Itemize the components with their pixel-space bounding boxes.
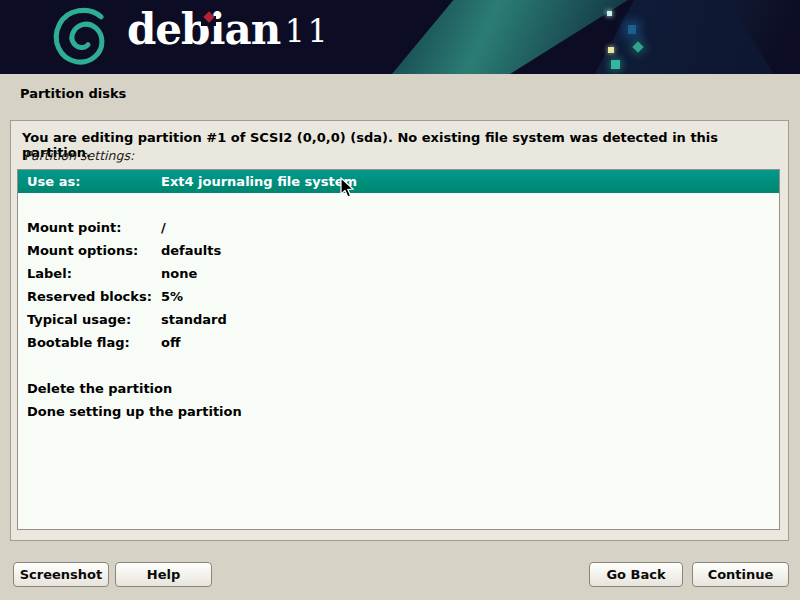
settings-row[interactable]: Bootable flag:off [18, 331, 779, 354]
version-number: 11 [285, 16, 330, 47]
settings-row[interactable]: Delete the partition [18, 377, 779, 400]
page-title: Partition disks [20, 86, 126, 101]
partition-edit-message: You are editing partition #1 of SCSI2 (0… [22, 130, 788, 160]
row-label: Typical usage: [27, 308, 161, 331]
brand-text: debian [127, 5, 280, 54]
row-label: Mount options: [27, 239, 161, 262]
row-label: Mount point: [27, 216, 161, 239]
row-label: Bootable flag: [27, 331, 161, 354]
row-value: defaults [161, 239, 779, 262]
row-label [27, 354, 161, 377]
banner: debian 11 [0, 0, 800, 74]
row-label: Delete the partition [27, 377, 161, 400]
row-value: / [161, 216, 779, 239]
row-value: Ext4 journaling file system [161, 170, 779, 193]
screenshot-button[interactable]: Screenshot [13, 562, 109, 587]
mouse-cursor-icon [340, 177, 356, 199]
sparkle-square-icon [607, 11, 612, 16]
content-box: You are editing partition #1 of SCSI2 (0… [10, 120, 789, 541]
settings-row[interactable]: Mount point:/ [18, 216, 779, 239]
settings-row-spacer [18, 354, 779, 377]
help-button[interactable]: Help [115, 562, 212, 587]
sparkle-square-icon [628, 25, 636, 34]
debian-swirl-icon [50, 4, 112, 70]
row-label: Label: [27, 262, 161, 285]
row-value [161, 193, 779, 216]
settings-row[interactable]: Label:none [18, 262, 779, 285]
settings-row[interactable]: Reserved blocks:5% [18, 285, 779, 308]
settings-row[interactable]: Use as:Ext4 journaling file system [18, 170, 779, 193]
banner-teal-decoration [392, 0, 628, 74]
row-value [161, 354, 779, 377]
settings-row[interactable]: Mount options:defaults [18, 239, 779, 262]
debian-logotype: debian [127, 9, 280, 51]
row-value [161, 377, 779, 400]
row-label: Use as: [27, 170, 161, 193]
continue-button[interactable]: Continue [692, 562, 789, 587]
partition-settings-label: Partition settings: [24, 148, 134, 163]
settings-row[interactable]: Typical usage:standard [18, 308, 779, 331]
settings-list: Use as:Ext4 journaling file systemMount … [17, 169, 780, 530]
row-value: 5% [161, 285, 779, 308]
row-label [27, 193, 161, 216]
sparkle-square-icon [608, 47, 614, 53]
row-value: standard [161, 308, 779, 331]
settings-row[interactable]: Done setting up the partition [18, 400, 779, 423]
sparkle-square-icon [611, 60, 620, 69]
row-value [161, 400, 779, 423]
settings-row-spacer [18, 193, 779, 216]
row-label: Reserved blocks: [27, 285, 161, 308]
row-value: off [161, 331, 779, 354]
row-value: none [161, 262, 779, 285]
go-back-button[interactable]: Go Back [589, 562, 683, 587]
row-label: Done setting up the partition [27, 400, 161, 423]
